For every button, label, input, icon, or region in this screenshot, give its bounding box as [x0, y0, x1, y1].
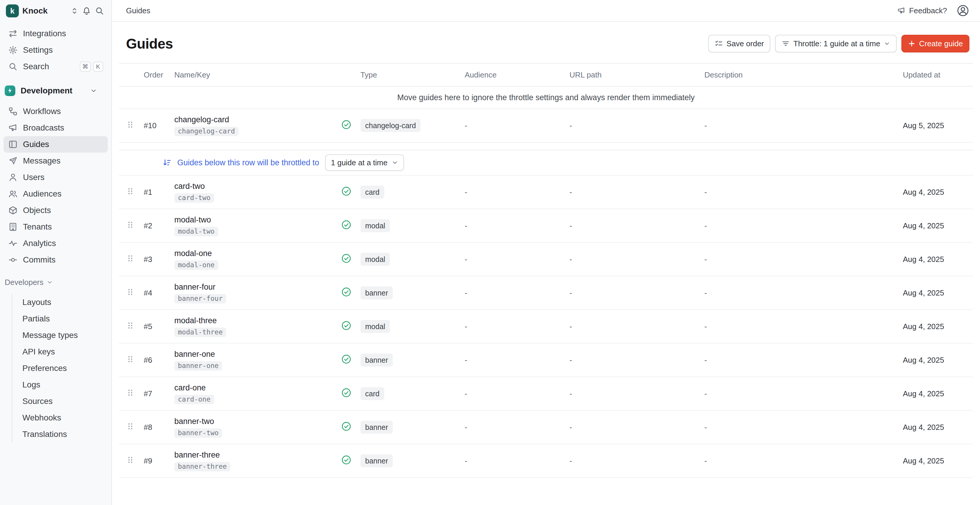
guide-type-badge: banner	[360, 354, 393, 366]
sidebar-item-workflows[interactable]: Workflows	[3, 103, 108, 119]
sidebar-item-analytics[interactable]: Analytics	[3, 235, 108, 252]
drag-handle-icon[interactable]	[126, 422, 134, 433]
sidebar-item-sources[interactable]: Sources	[13, 393, 108, 409]
table-row[interactable]: #7 card-one card-one card - - - Aug 4, 2…	[119, 377, 973, 411]
table-row[interactable]: #8 banner-two banner-two banner - - - Au…	[119, 411, 973, 444]
throttle-value-dropdown[interactable]: 1 guide at a time	[325, 155, 404, 171]
workspace-name: Knock	[22, 6, 48, 16]
send-icon	[8, 156, 18, 166]
search-icon	[8, 62, 18, 71]
sidebar-item-settings[interactable]: Settings	[3, 42, 108, 58]
sidebar-item-message-types[interactable]: Message types	[13, 327, 108, 344]
updated-at-cell: Aug 5, 2025	[900, 121, 973, 130]
sidebar-item-search[interactable]: Search ⌘ K	[3, 58, 108, 75]
workflows-icon	[8, 107, 18, 116]
create-guide-button[interactable]: Create guide	[901, 35, 969, 53]
user-icon	[8, 173, 18, 182]
sidebar-item-tenants[interactable]: Tenants	[3, 218, 108, 235]
sidebar-item-label: Layouts	[22, 298, 51, 307]
workspace-selector-icon[interactable]	[71, 7, 78, 15]
table-row[interactable]: #9 banner-three banner-three banner - - …	[119, 444, 973, 478]
sidebar-item-commits[interactable]: Commits	[3, 252, 108, 268]
sidebar-item-partials[interactable]: Partials	[13, 311, 108, 327]
kbd-cmd: ⌘	[80, 62, 91, 72]
sidebar-item-label: Logs	[22, 380, 40, 390]
guide-type-badge: modal	[360, 219, 390, 232]
activity-icon	[8, 239, 18, 248]
url-path-cell: -	[567, 221, 702, 230]
updated-at-cell: Aug 4, 2025	[900, 221, 973, 230]
table-row[interactable]: #1 card-two card-two card - - - Aug 4, 2…	[119, 175, 973, 209]
drag-handle-icon[interactable]	[126, 354, 134, 366]
table-row[interactable]: #10 changelog-card changelog-card change…	[119, 109, 973, 143]
throttle-dropdown-button[interactable]: Throttle: 1 guide at a time	[775, 35, 897, 53]
topbar: Guides Feedback?	[112, 0, 980, 22]
user-avatar[interactable]	[956, 4, 969, 17]
throttled-rows: #1 card-two card-two card - - - Aug 4, 2…	[119, 175, 973, 478]
sidebar-item-preferences[interactable]: Preferences	[13, 360, 108, 376]
table-row[interactable]: #3 modal-one modal-one modal - - - Aug 4…	[119, 243, 973, 276]
table-row[interactable]: #2 modal-two modal-two modal - - - Aug 4…	[119, 209, 973, 243]
chevron-down-icon	[46, 279, 53, 285]
table-row[interactable]: #5 modal-three modal-three modal - - - A…	[119, 310, 973, 344]
save-order-button[interactable]: Save order	[708, 35, 770, 53]
guide-type-badge: modal	[360, 320, 390, 333]
active-check-icon	[341, 354, 351, 366]
row-order: #6	[142, 355, 172, 365]
sidebar-item-audiences[interactable]: Audiences	[3, 186, 108, 202]
header-audience: Audience	[462, 70, 567, 80]
sidebar-item-guides[interactable]: Guides	[3, 136, 108, 153]
sidebar-item-label: Translations	[22, 430, 67, 439]
sidebar-item-layouts[interactable]: Layouts	[13, 294, 108, 311]
guide-key: modal-two	[174, 227, 218, 236]
drag-handle-icon[interactable]	[126, 321, 134, 332]
sidebar-item-objects[interactable]: Objects	[3, 202, 108, 218]
drag-handle-icon[interactable]	[126, 455, 134, 467]
sidebar-item-api-keys[interactable]: API keys	[13, 344, 108, 360]
sidebar-item-label: Messages	[23, 156, 60, 166]
sidebar-item-users[interactable]: Users	[3, 169, 108, 186]
chevron-down-icon	[391, 159, 398, 166]
notifications-bell-icon[interactable]	[82, 6, 91, 16]
audience-cell: -	[462, 121, 567, 130]
table-row[interactable]: #4 banner-four banner-four banner - - - …	[119, 276, 973, 310]
sidebar-item-label: Partials	[22, 314, 50, 323]
sidebar-item-webhooks[interactable]: Webhooks	[13, 409, 108, 426]
git-commit-icon	[8, 255, 18, 264]
sidebar-item-integrations[interactable]: Integrations	[3, 25, 108, 42]
description-cell: -	[702, 456, 900, 465]
table-row[interactable]: #6 banner-one banner-one banner - - - Au…	[119, 344, 973, 377]
active-check-icon	[341, 421, 351, 433]
row-order: #4	[142, 288, 172, 298]
description-cell: -	[702, 423, 900, 432]
url-path-cell: -	[567, 322, 702, 331]
drag-handle-icon[interactable]	[126, 186, 134, 198]
sidebar-item-messages[interactable]: Messages	[3, 153, 108, 169]
developers-label: Developers	[5, 278, 44, 287]
drag-handle-icon[interactable]	[126, 287, 134, 299]
active-check-icon	[341, 220, 351, 232]
feedback-button[interactable]: Feedback?	[897, 6, 947, 15]
sidebar-item-broadcasts[interactable]: Broadcasts	[3, 119, 108, 136]
url-path-cell: -	[567, 121, 702, 130]
sidebar-nav-development: Workflows Broadcasts Guides Messages Use…	[0, 100, 111, 268]
search-icon[interactable]	[95, 6, 104, 16]
drag-handle-icon[interactable]	[126, 388, 134, 400]
sidebar-item-logs[interactable]: Logs	[13, 376, 108, 393]
guides-table: Order Name/Key Type Audience URL path De…	[119, 63, 973, 478]
drag-handle-icon[interactable]	[126, 254, 134, 265]
audience-cell: -	[462, 255, 567, 264]
filter-icon	[781, 40, 790, 48]
sidebar-item-label: Analytics	[23, 239, 56, 248]
knock-logo: k	[6, 5, 19, 18]
drag-handle-icon[interactable]	[126, 220, 134, 232]
developers-section-toggle[interactable]: Developers	[0, 274, 111, 290]
guide-name: banner-one	[174, 350, 332, 359]
updated-at-cell: Aug 4, 2025	[900, 456, 973, 465]
sidebar-item-translations[interactable]: Translations	[13, 426, 108, 443]
audience-cell: -	[462, 221, 567, 230]
drag-handle-icon[interactable]	[126, 120, 134, 131]
workspace-switcher: k Knock	[0, 0, 111, 22]
environment-switcher-development[interactable]: Development	[0, 82, 111, 100]
sidebar-item-label: Objects	[23, 206, 51, 215]
